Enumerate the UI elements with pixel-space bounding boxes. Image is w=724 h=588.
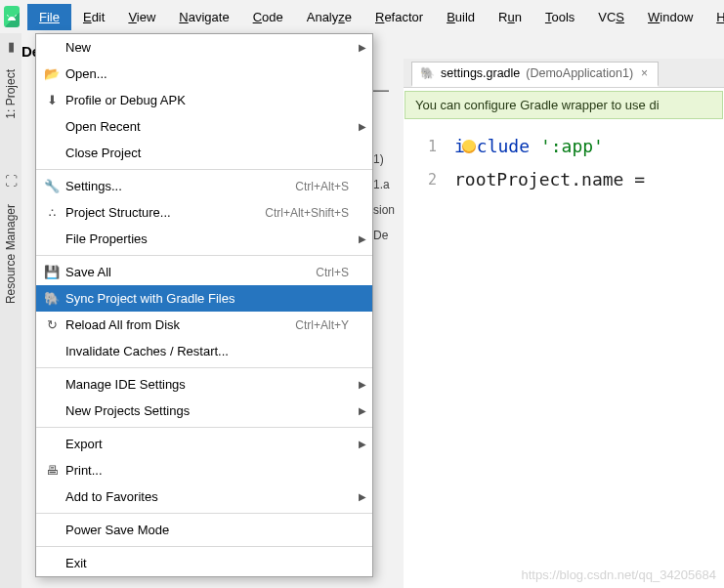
💾-icon: 💾 <box>42 264 62 281</box>
📂-icon: 📂 <box>42 65 62 83</box>
project-tool-tab[interactable]: 1: Project <box>2 63 20 125</box>
gradle-file-icon: 🐘 <box>420 66 435 80</box>
menu-file[interactable]: File <box>27 4 71 30</box>
menu-run[interactable]: Run <box>487 4 533 30</box>
line-number: 1 <box>404 130 437 163</box>
submenu-arrow-icon: ▶ <box>359 121 366 132</box>
menu-vcs[interactable]: VCS <box>586 4 636 30</box>
menu-item-label: Invalidate Caches / Restart... <box>65 344 362 358</box>
submenu-arrow-icon: ▶ <box>359 439 366 449</box>
code-area[interactable]: iclude ':app' rootProject.name = <box>454 122 645 196</box>
menu-item-label: Export <box>65 437 362 451</box>
file-menu-item-new-projects-settings[interactable]: New Projects Settings▶ <box>36 398 372 424</box>
menu-item-shortcut: Ctrl+Alt+S <box>295 180 362 193</box>
menu-code[interactable]: Code <box>241 4 295 30</box>
file-menu-item-save-all[interactable]: 💾Save AllCtrl+S <box>36 259 372 285</box>
left-tool-strip: ▮ 1: Project ⛶ Resource Manager <box>0 33 21 588</box>
code-line-1: iclude ':app' <box>454 130 645 163</box>
submenu-arrow-icon: ▶ <box>359 42 366 53</box>
menu-tools[interactable]: Tools <box>533 4 586 30</box>
menu-item-label: Power Save Mode <box>65 523 362 537</box>
menu-edit[interactable]: Edit <box>71 4 116 30</box>
file-menu-item-open-recent[interactable]: Open Recent▶ <box>36 113 372 140</box>
menu-item-label: Print... <box>65 463 362 478</box>
minus-icon[interactable]: — <box>373 82 389 100</box>
menu-separator <box>36 367 372 368</box>
blank-icon <box>42 522 62 539</box>
menu-item-label: Close Project <box>65 146 362 160</box>
menu-separator <box>36 255 372 256</box>
menu-item-label: Open... <box>65 66 362 81</box>
menu-navigate[interactable]: Navigate <box>167 4 240 30</box>
⛬-icon: ⛬ <box>42 204 62 222</box>
resource-manager-icon: ⛶ <box>5 174 18 189</box>
file-menu-item-invalidate-caches-restart[interactable]: Invalidate Caches / Restart... <box>36 338 372 364</box>
blank-icon <box>42 376 62 394</box>
menu-item-label: New Projects Settings <box>65 403 362 418</box>
menu-item-shortcut: Ctrl+Alt+Y <box>295 318 362 332</box>
file-menu-item-open[interactable]: 📂Open... <box>36 61 372 87</box>
file-menu-item-profile-or-debug-apk[interactable]: ⬇Profile or Debug APK <box>36 87 372 113</box>
file-menu-item-print[interactable]: 🖶Print... <box>36 457 372 483</box>
file-menu-item-add-to-favorites[interactable]: Add to Favorites▶ <box>36 483 372 510</box>
line-number-gutter: 1 2 <box>404 122 454 196</box>
blank-icon <box>42 343 62 360</box>
resource-manager-tool-tab[interactable]: Resource Manager <box>2 198 20 310</box>
menu-item-label: Save All <box>65 265 316 279</box>
blank-icon <box>42 488 62 506</box>
↻-icon: ↻ <box>42 316 62 334</box>
menu-analyze[interactable]: Analyze <box>295 4 363 30</box>
submenu-arrow-icon: ▶ <box>359 233 366 244</box>
file-menu-item-project-structure[interactable]: ⛬Project Structure...Ctrl+Alt+Shift+S <box>36 199 372 226</box>
lightbulb-icon[interactable] <box>462 140 476 153</box>
🖶-icon: 🖶 <box>42 462 62 480</box>
file-menu-dropdown: New▶📂Open...⬇Profile or Debug APKOpen Re… <box>35 33 373 577</box>
menu-help-truncated[interactable]: H <box>704 4 724 30</box>
🐘-icon: 🐘 <box>42 290 62 308</box>
close-tab-icon[interactable]: × <box>639 66 650 80</box>
menu-separator <box>36 513 372 514</box>
file-menu-item-manage-ide-settings[interactable]: Manage IDE Settings▶ <box>36 371 372 398</box>
⬇-icon: ⬇ <box>42 92 62 109</box>
editor-pane: 🐘 settings.gradle (DemoApplication1) × Y… <box>404 59 724 588</box>
watermark: https://blog.csdn.net/qq_34205684 <box>522 567 717 582</box>
blank-icon <box>42 118 62 136</box>
tab-filename: settings.gradle <box>441 66 520 80</box>
menu-refactor[interactable]: Refactor <box>363 4 435 30</box>
menu-item-shortcut: Ctrl+S <box>316 266 362 279</box>
file-menu-item-file-properties[interactable]: File Properties▶ <box>36 226 372 252</box>
🔧-icon: 🔧 <box>42 178 62 195</box>
menu-item-label: Project Structure... <box>65 205 265 220</box>
menu-view[interactable]: View <box>116 4 167 30</box>
submenu-arrow-icon: ▶ <box>359 491 366 502</box>
svg-point-0 <box>9 18 10 19</box>
blank-icon <box>42 231 62 248</box>
menu-item-label: New <box>65 40 362 55</box>
line-number: 2 <box>404 163 437 196</box>
submenu-arrow-icon: ▶ <box>359 405 366 416</box>
file-menu-item-power-save-mode[interactable]: Power Save Mode <box>36 517 372 543</box>
menu-item-label: Exit <box>65 556 362 570</box>
menu-item-label: File Properties <box>65 231 362 246</box>
file-menu-item-settings[interactable]: 🔧Settings...Ctrl+Alt+S <box>36 173 372 199</box>
folder-icon: ▮ <box>8 39 15 54</box>
menu-item-label: Settings... <box>65 179 295 193</box>
file-menu-item-export[interactable]: Export▶ <box>36 431 372 457</box>
submenu-arrow-icon: ▶ <box>359 379 366 390</box>
file-menu-item-sync-project-with-gradle-files[interactable]: 🐘Sync Project with Gradle Files <box>36 285 372 312</box>
blank-icon <box>42 39 62 57</box>
menu-window[interactable]: Window <box>636 4 704 30</box>
android-studio-logo-icon <box>4 6 20 27</box>
code-line-2: rootProject.name = <box>454 163 645 196</box>
file-menu-item-close-project[interactable]: Close Project <box>36 140 372 166</box>
file-menu-item-exit[interactable]: Exit <box>36 550 372 576</box>
file-menu-item-new[interactable]: New▶ <box>36 34 372 61</box>
gradle-config-banner[interactable]: You can configure Gradle wrapper to use … <box>405 91 723 119</box>
menu-build[interactable]: Build <box>435 4 487 30</box>
file-menu-item-reload-all-from-disk[interactable]: ↻Reload All from DiskCtrl+Alt+Y <box>36 312 372 338</box>
blank-icon <box>42 402 62 420</box>
tab-context: (DemoApplication1) <box>526 66 633 80</box>
tab-settings-gradle[interactable]: 🐘 settings.gradle (DemoApplication1) × <box>411 62 659 87</box>
svg-point-1 <box>13 18 14 19</box>
menu-item-label: Sync Project with Gradle Files <box>65 291 362 306</box>
